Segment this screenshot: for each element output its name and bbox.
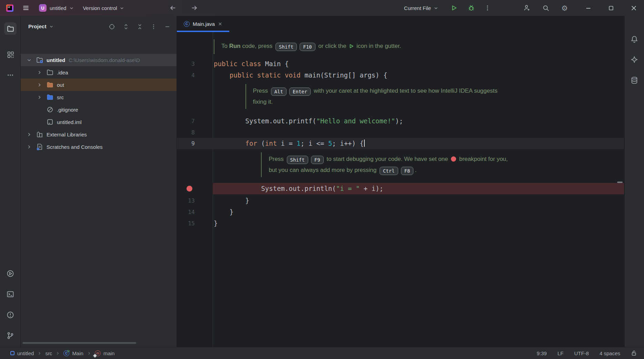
breadcrumb-untitled[interactable]: untitled <box>10 350 34 356</box>
terminal-icon <box>7 290 14 298</box>
project-tool-window-button[interactable] <box>4 22 17 35</box>
key-chip-f8: F8 <box>401 167 414 175</box>
select-opened-file-icon[interactable] <box>109 23 115 30</box>
collapse-all-icon[interactable] <box>137 24 143 30</box>
code-line[interactable]: public class Main { <box>214 58 289 70</box>
run-tool-window-button[interactable] <box>4 267 17 280</box>
navigate-back-button[interactable] <box>170 0 177 16</box>
tree-item-untitled-iml[interactable]: untitled.iml <box>21 116 177 128</box>
tree-chevron-right-icon[interactable] <box>37 70 47 75</box>
run-button[interactable] <box>451 4 457 11</box>
line-number-3[interactable]: 3 <box>177 58 195 70</box>
inline-hint: To Run code, press ShiftF10 or click the… <box>214 39 401 54</box>
terminal-tool-window-button[interactable] <box>4 288 17 300</box>
inline-hint: Press AltEnter with your caret at the hi… <box>245 84 497 109</box>
code-line[interactable]: System.out.println("i = " + i); <box>261 183 383 194</box>
tree-item--idea[interactable]: .idea <box>21 66 177 79</box>
tree-item-scratches-and-consoles[interactable]: Scratches and Consoles <box>21 141 177 153</box>
status-caret-position[interactable]: 9:39 <box>537 350 547 356</box>
breadcrumb-main[interactable]: CMain <box>63 350 83 356</box>
code-line[interactable]: } <box>230 206 233 218</box>
tree-chevron-right-icon[interactable] <box>37 83 47 87</box>
project-panel-scrollbar[interactable] <box>22 342 136 344</box>
status-file-encoding[interactable]: UTF-8 <box>574 350 589 356</box>
maximize-button[interactable] <box>608 5 614 11</box>
run-gutter-icon <box>349 42 354 53</box>
expand-all-icon[interactable] <box>123 24 129 30</box>
tree-item-external-libraries[interactable]: External Libraries <box>21 128 177 141</box>
line-number-9[interactable]: 9 <box>177 138 195 149</box>
more-actions-button[interactable] <box>484 5 491 11</box>
tree-item-out[interactable]: out <box>21 79 177 91</box>
more-tool-windows-button[interactable] <box>4 69 17 81</box>
breadcrumb-separator-icon <box>38 351 41 355</box>
code-line[interactable]: for (int i = 1; i <= 5; i++) { <box>245 138 365 149</box>
line-number-7[interactable]: 7 <box>177 115 195 127</box>
tree-item-path: C:\Users\wisdom.donald-ase\D <box>69 57 140 63</box>
code-line[interactable]: public static void main(String[] args) { <box>230 70 388 81</box>
tree-item-src[interactable]: src <box>21 91 177 103</box>
version-control-tool-window-button[interactable] <box>4 329 17 342</box>
version-control-label: Version control <box>83 5 117 11</box>
breadcrumb-label: main <box>103 350 115 356</box>
debug-button[interactable] <box>468 4 475 11</box>
project-widget[interactable]: U untitled <box>39 4 74 12</box>
breadcrumb-separator-icon <box>87 351 91 355</box>
status-indent-setting[interactable]: 4 spaces <box>600 350 620 356</box>
ai-assistant-button[interactable] <box>628 53 641 66</box>
tree-chevron-down-icon[interactable] <box>27 58 36 62</box>
tree-chevron-right-icon[interactable] <box>27 132 36 137</box>
close-button[interactable] <box>631 5 637 11</box>
structure-icon <box>7 51 14 58</box>
code-editor[interactable]: To Run code, press ShiftF10 or click the… <box>177 32 624 347</box>
tree-chevron-right-icon[interactable] <box>27 145 36 149</box>
breadcrumb-src[interactable]: src <box>45 350 52 356</box>
search-everywhere-button[interactable] <box>542 4 550 12</box>
hide-panel-icon[interactable] <box>164 24 170 30</box>
tree-item-untitled[interactable]: untitledC:\Users\wisdom.donald-ase\D <box>21 54 177 66</box>
tree-chevron-right-icon[interactable] <box>37 95 47 100</box>
structure-tool-window-button[interactable] <box>4 48 17 61</box>
tab-main-java[interactable]: C Main.java <box>177 16 229 32</box>
code-line[interactable]: } <box>245 195 249 206</box>
tree-item-label: src <box>57 94 64 100</box>
tree-item-label: Scratches and Consoles <box>47 144 103 150</box>
run-window-icon <box>7 270 14 277</box>
libraries-icon <box>36 131 44 138</box>
project-panel-title-dropdown[interactable]: Project <box>28 23 53 30</box>
notifications-button[interactable] <box>628 33 641 45</box>
code-line[interactable]: System.out.printf("Hello and welcome!"); <box>245 115 403 127</box>
project-panel: Project untitledC:\Users\wisdom.donald-a… <box>21 16 177 347</box>
database-button[interactable] <box>628 74 641 86</box>
line-number-15[interactable]: 15 <box>177 218 195 229</box>
problems-tool-window-button[interactable] <box>4 309 17 321</box>
line-number-8[interactable]: 8 <box>177 127 195 138</box>
project-name: untitled <box>50 5 66 11</box>
minimize-button[interactable] <box>585 5 592 11</box>
key-chip-enter: Enter <box>289 88 311 96</box>
line-number-4[interactable]: 4 <box>177 70 195 81</box>
line-number-13[interactable]: 13 <box>177 195 195 206</box>
editor-tab-bar: C Main.java <box>177 16 624 32</box>
version-control-widget[interactable]: Version control <box>83 5 124 11</box>
folder-icon <box>47 69 55 76</box>
file-writable-lock-icon[interactable] <box>631 350 637 356</box>
breadcrumb-main[interactable]: mmain <box>95 350 115 356</box>
navigate-forward-button[interactable] <box>191 0 198 16</box>
key-chip-ctrl: Ctrl <box>380 167 398 175</box>
main-menu-button[interactable] <box>22 4 29 11</box>
project-avatar: U <box>39 4 47 12</box>
status-line-ending[interactable]: LF <box>557 350 564 356</box>
project-tree: untitledC:\Users\wisdom.donald-ase\D.ide… <box>21 54 177 153</box>
panel-options-icon[interactable] <box>151 24 157 30</box>
breakpoint-gutter-dot[interactable] <box>187 186 192 192</box>
settings-button[interactable]: ⚙ <box>561 4 568 12</box>
tab-label: Main.java <box>193 21 215 27</box>
close-tab-icon[interactable] <box>218 22 222 26</box>
tree-item--gitignore[interactable]: .gitignore <box>21 103 177 116</box>
line-number-14[interactable]: 14 <box>177 206 195 218</box>
key-chip-shift: Shift <box>275 43 297 51</box>
code-line[interactable]: } <box>214 218 218 229</box>
run-configuration-selector[interactable]: Current File <box>404 5 438 11</box>
code-with-me-button[interactable] <box>523 4 531 12</box>
